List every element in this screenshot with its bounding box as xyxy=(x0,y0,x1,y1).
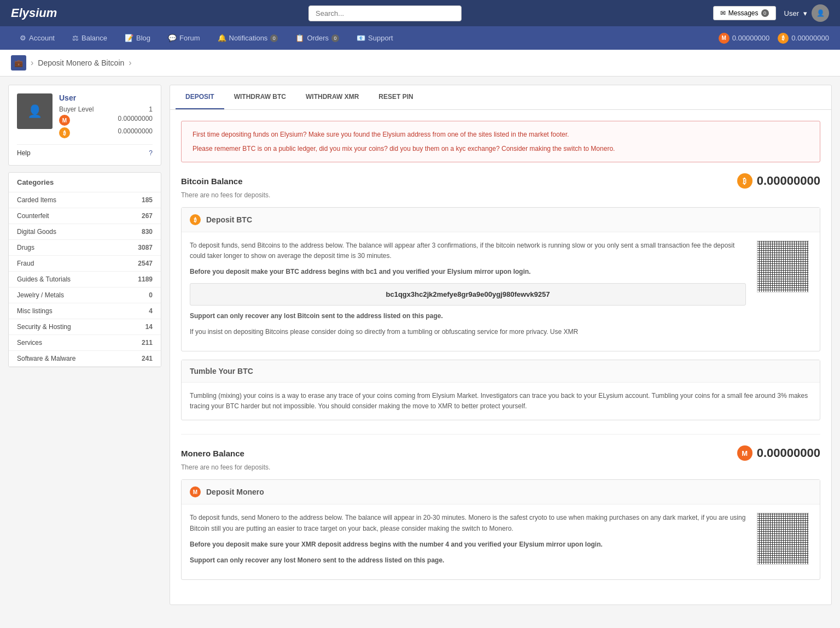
monero-section: Monero Balance M 0.00000000 There are no… xyxy=(181,445,820,580)
category-name: Misc listings xyxy=(17,307,52,315)
btc-qr-code xyxy=(757,240,812,295)
bitcoin-amount: 0.00000000 xyxy=(757,174,820,188)
bell-icon: 🔔 xyxy=(218,34,226,42)
messages-label: Messages xyxy=(728,9,759,17)
category-count: 1189 xyxy=(138,275,153,283)
category-item[interactable]: Guides & Tutorials 1189 xyxy=(9,272,161,287)
notifications-badge: 0 xyxy=(270,34,278,42)
xmr-small-icon: M xyxy=(59,115,70,126)
bitcoin-balance-title: Bitcoin Balance xyxy=(181,177,243,186)
category-count: 185 xyxy=(142,196,153,204)
btc-qr-image xyxy=(757,240,809,292)
alert-box: First time depositing funds on Elysium? … xyxy=(181,121,820,162)
profile-username: User xyxy=(59,93,153,102)
deposit-xmr-header: M Deposit Monero xyxy=(182,480,820,504)
bitcoin-balance-header: Bitcoin Balance ₿ 0.00000000 xyxy=(181,173,820,189)
orders-badge: 0 xyxy=(331,34,339,42)
tab-withdraw-btc[interactable]: WITHDRAW BTC xyxy=(224,85,296,109)
xmr-balance: 0.00000000 xyxy=(118,115,153,126)
section-separator xyxy=(181,434,820,435)
tab-withdraw-xmr[interactable]: WITHDRAW XMR xyxy=(296,85,369,109)
xmr-balance-nav: M 0.00000000 xyxy=(719,33,770,44)
category-item[interactable]: Fraud 2547 xyxy=(9,256,161,272)
tumble-card-header: Tumble Your BTC xyxy=(182,360,820,383)
content-panel: DEPOSIT WITHDRAW BTC WITHDRAW XMR RESET … xyxy=(170,85,832,605)
category-item[interactable]: Misc listings 4 xyxy=(9,303,161,319)
xmr-large-icon: M xyxy=(737,445,752,461)
envelope-icon: ✉ xyxy=(720,9,726,17)
user-menu[interactable]: User ▾ 👤 xyxy=(784,4,829,22)
nav-blog[interactable]: 📝 Blog xyxy=(116,26,159,50)
monero-amount: 0.00000000 xyxy=(757,446,820,460)
profile-info: User Buyer Level 1 M 0.00000000 ₿ xyxy=(59,93,153,140)
category-name: Jewelry / Metals xyxy=(17,291,64,299)
briefcase-icon: 💼 xyxy=(11,55,26,71)
category-name: Services xyxy=(17,339,42,347)
category-item[interactable]: Carded Items 185 xyxy=(9,192,161,208)
logo: Elysium xyxy=(11,6,57,20)
bitcoin-address[interactable]: bc1qgx3hc2jk2mefye8gr9a9e00ygj980fewvk92… xyxy=(190,283,746,306)
nav-orders[interactable]: 📋 Orders 0 xyxy=(287,26,348,50)
forum-icon: 💬 xyxy=(168,34,177,42)
messages-button[interactable]: ✉ Messages 0 xyxy=(713,6,776,20)
xmr-qr-image xyxy=(757,513,809,565)
btc-icon: ₿ xyxy=(778,33,789,44)
categories-title: Categories xyxy=(9,173,161,192)
category-count: 2547 xyxy=(138,260,153,267)
tabs: DEPOSIT WITHDRAW BTC WITHDRAW XMR RESET … xyxy=(170,85,831,110)
category-count: 4 xyxy=(149,307,153,315)
xmr-header-icon: M xyxy=(190,486,201,497)
nav-support[interactable]: 📧 Support xyxy=(348,26,402,50)
category-item[interactable]: Counterfeit 267 xyxy=(9,208,161,224)
category-name: Carded Items xyxy=(17,196,56,204)
monero-balance-title: Monero Balance xyxy=(181,449,244,458)
btc-balance-value: 0.00000000 xyxy=(791,34,829,42)
category-count: 267 xyxy=(142,212,153,220)
category-count: 211 xyxy=(142,339,153,347)
messages-count: 0 xyxy=(761,9,769,17)
orders-icon: 📋 xyxy=(295,34,304,42)
category-name: Guides & Tutorials xyxy=(17,275,71,283)
help-link[interactable]: ? xyxy=(149,149,153,157)
alert-line1: First time depositing funds on Elysium? … xyxy=(192,130,809,139)
category-name: Fraud xyxy=(17,260,34,267)
chevron-down-icon: ▾ xyxy=(803,9,807,17)
sidebar: 👤 User Buyer Level 1 M 0.00000000 xyxy=(8,85,161,605)
nav-forum[interactable]: 💬 Forum xyxy=(159,26,209,50)
alert-line2: Please rememer BTC is on a public ledger… xyxy=(192,144,809,154)
deposit-btc-body: To deposit funds, send Bitcoins to the a… xyxy=(182,232,820,351)
category-item[interactable]: Digital Goods 830 xyxy=(9,224,161,240)
xmr-icon: M xyxy=(719,33,730,44)
category-item[interactable]: Software & Malware 241 xyxy=(9,351,161,367)
user-label: User xyxy=(784,9,799,17)
nav-account[interactable]: ⚙ Account xyxy=(11,26,63,50)
tab-reset-pin[interactable]: RESET PIN xyxy=(369,85,423,109)
category-count: 14 xyxy=(145,323,153,331)
nav-balance[interactable]: ⚖ Balance xyxy=(63,26,116,50)
category-item[interactable]: Drugs 3087 xyxy=(9,240,161,256)
nav-notifications[interactable]: 🔔 Notifications 0 xyxy=(209,26,287,50)
deposit-btc-info: To deposit funds, send Bitcoins to the a… xyxy=(190,240,746,261)
xmr-balance-value: 0.00000000 xyxy=(732,34,770,42)
profile-btc-balance: ₿ 0.00000000 xyxy=(59,127,153,138)
deposit-xmr-warning2: Support can only recover any lost Monero… xyxy=(190,555,746,566)
category-item[interactable]: Services 211 xyxy=(9,335,161,351)
bitcoin-no-fees: There are no fees for deposits. xyxy=(181,191,820,199)
categories-card: Categories Carded Items 185 Counterfeit … xyxy=(8,172,161,367)
deposit-btc-title: Deposit BTC xyxy=(206,215,252,224)
search-input[interactable] xyxy=(308,5,462,21)
tab-deposit[interactable]: DEPOSIT xyxy=(176,85,224,109)
profile-card: 👤 User Buyer Level 1 M 0.00000000 xyxy=(8,85,161,166)
deposit-xmr-warning1: Before you deposit make sure your XMR de… xyxy=(190,539,746,550)
nav-left: ⚙ Account ⚖ Balance 📝 Blog 💬 Forum 🔔 Not… xyxy=(11,26,402,50)
breadcrumb: 💼 › Deposit Monero & Bitcoin › xyxy=(0,50,840,77)
user-icon: ⚙ xyxy=(20,34,26,42)
monero-balance-amount: M 0.00000000 xyxy=(737,445,820,461)
category-item[interactable]: Jewelry / Metals 0 xyxy=(9,287,161,303)
deposit-xmr-card: M Deposit Monero To deposit funds, send … xyxy=(181,479,820,580)
page-title: Deposit Monero & Bitcoin xyxy=(38,58,124,67)
category-item[interactable]: Security & Hosting 14 xyxy=(9,319,161,335)
tumble-card: Tumble Your BTC Tumbling (mixing) your c… xyxy=(181,360,820,420)
profile-avatar: 👤 xyxy=(17,93,52,129)
deposit-btc-warning2: Support can only recover any lost Bitcoi… xyxy=(190,311,746,321)
